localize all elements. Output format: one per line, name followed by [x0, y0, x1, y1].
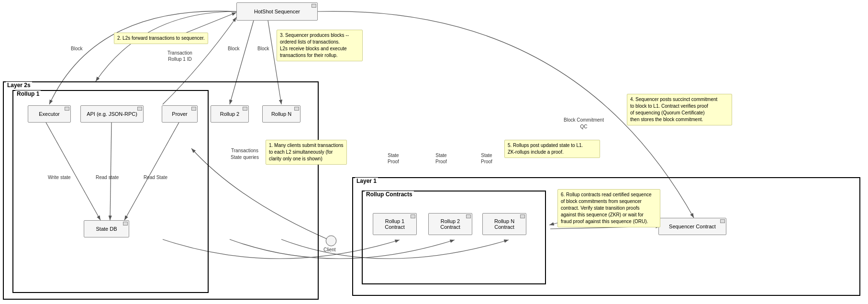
executor-label: Executor: [39, 111, 59, 117]
client-label: Client: [323, 247, 336, 252]
note-3-text: 3. Sequencer produces blocks --ordered l…: [280, 33, 349, 58]
box-corner-rollupN: [294, 107, 299, 111]
box-corner-rNc: [520, 214, 525, 218]
note-4: 4. Sequencer posts succinct commitmentto…: [627, 94, 732, 125]
label-block3: Block: [257, 46, 269, 51]
label-state-proof-1: StateProof: [388, 152, 399, 165]
rollupN-contract-box: Rollup NContract: [482, 213, 526, 235]
rollup2-contract-label: Rollup 2Contract: [440, 218, 460, 230]
note-6-text: 6. Rollup contracts read certified seque…: [561, 192, 652, 224]
label-block1: Block: [71, 46, 82, 51]
rollupN-label: Rollup N: [271, 111, 291, 117]
rollup-contracts-label: Rollup Contracts: [365, 191, 414, 198]
label-block2: Block: [228, 46, 239, 51]
statedb-box: State DB: [84, 220, 129, 237]
note-3: 3. Sequencer produces blocks --ordered l…: [277, 30, 363, 61]
label-transactions-state-queries: TransactionsState queries: [231, 147, 259, 161]
rollup1-contract-label: Rollup 1Contract: [385, 218, 405, 230]
note-6: 6. Rollup contracts read certified seque…: [557, 189, 660, 227]
box-corner-r1c: [411, 214, 415, 218]
rollup2-label: Rollup 2: [220, 111, 239, 117]
label-block-commitment-qc: Block CommitmentQC: [564, 117, 604, 130]
box-corner-prover: [191, 107, 196, 111]
rollupN-contract-label: Rollup NContract: [494, 218, 514, 230]
hotshot-sequencer-label: HotShot Sequencer: [254, 9, 300, 14]
box-corner-sc: [720, 219, 725, 223]
note-5-text: 5. Rollups post updated state to L1.ZK-r…: [508, 143, 583, 155]
box-corner-r2c: [466, 214, 471, 218]
note-1-text: 1. Many clients submit transactionsto ea…: [269, 143, 344, 161]
client-circle: [326, 236, 336, 246]
box-corner-executor: [65, 107, 69, 111]
prover-label: Prover: [172, 111, 187, 117]
label-read-state: Read state: [96, 175, 119, 180]
layer1-label: Layer 1: [355, 178, 378, 184]
note-2: 2. L2s forward transactions to sequencer…: [114, 33, 208, 44]
rollup2-contract-box: Rollup 2Contract: [428, 213, 472, 235]
prover-box: Prover: [162, 105, 198, 123]
layer2s-label: Layer 2s: [6, 82, 32, 89]
api-box: API (e.g. JSON-RPC): [80, 105, 144, 123]
rollupN-box: Rollup N: [262, 105, 300, 123]
sequencer-contract-box: Sequencer Contract: [658, 218, 726, 235]
label-transaction: TransactionRollup 1 ID: [167, 50, 192, 62]
api-label: API (e.g. JSON-RPC): [87, 111, 137, 117]
label-write-state: Write state: [48, 175, 71, 180]
sequencer-contract-label: Sequencer Contract: [669, 224, 716, 229]
note-2-text: 2. L2s forward transactions to sequencer…: [117, 35, 205, 41]
rollup-contracts-frame: Rollup Contracts: [362, 191, 546, 284]
box-corner-api: [137, 107, 142, 111]
rollup2-box: Rollup 2: [211, 105, 249, 123]
note-5: 5. Rollups post updated state to L1.ZK-r…: [504, 140, 600, 158]
box-corner-hotshot: [312, 4, 316, 8]
rollup1-contract-box: Rollup 1Contract: [373, 213, 417, 235]
executor-box: Executor: [28, 105, 71, 123]
statedb-label: State DB: [96, 226, 117, 232]
note-1: 1. Many clients submit transactionsto ea…: [266, 140, 347, 165]
rollup1-label: Rollup 1: [15, 90, 41, 97]
box-corner-statedb: [123, 222, 128, 225]
label-read-state2: Read State: [144, 175, 167, 180]
hotshot-sequencer-box: HotShot Sequencer: [236, 2, 318, 21]
label-state-proof-3: StateProof: [481, 152, 492, 165]
note-4-text: 4. Sequencer posts succinct commitmentto…: [630, 97, 717, 122]
box-corner-rollup2: [243, 107, 247, 111]
label-state-proof-2: StateProof: [435, 152, 447, 165]
diagram-container: HotShot Sequencer 2. L2s forward transac…: [0, 0, 868, 304]
